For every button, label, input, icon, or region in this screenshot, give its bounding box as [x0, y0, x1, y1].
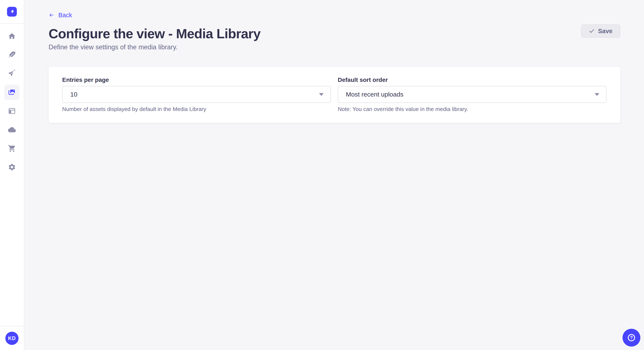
strapi-logo-icon — [9, 8, 15, 15]
sidebar-item-content-type-builder[interactable] — [4, 103, 20, 119]
help-button[interactable]: ? — [622, 329, 640, 347]
back-link[interactable]: Back — [48, 12, 72, 18]
field-entries-per-page: Entries per page 10 Number of assets dis… — [62, 77, 331, 112]
gear-icon — [8, 163, 16, 171]
entries-per-page-select[interactable]: 10 — [62, 86, 331, 103]
default-sort-order-hint: Note: You can override this value in the… — [338, 106, 606, 112]
field-default-sort-order: Default sort order Most recent uploads N… — [338, 77, 606, 112]
sidebar-nav — [4, 24, 20, 326]
page-subtitle: Define the view settings of the media li… — [48, 43, 620, 51]
main-content: Back Configure the view - Media Library … — [24, 0, 644, 350]
arrow-left-icon — [48, 12, 54, 18]
settings-card: Entries per page 10 Number of assets dis… — [48, 67, 620, 123]
sidebar: KD — [0, 0, 24, 350]
layout-icon — [8, 107, 16, 115]
entries-per-page-hint: Number of assets displayed by default in… — [62, 106, 331, 112]
sidebar-item-media-library[interactable] — [4, 85, 20, 100]
media-library-icon — [8, 88, 16, 97]
entries-per-page-label: Entries per page — [62, 77, 331, 83]
sidebar-logo-section — [0, 0, 24, 24]
sidebar-user-section: KD — [0, 326, 24, 350]
default-sort-order-value: Most recent uploads — [346, 91, 403, 98]
save-button-label: Save — [598, 28, 612, 35]
sidebar-item-home[interactable] — [4, 28, 20, 44]
paper-plane-icon — [8, 70, 16, 78]
user-avatar[interactable]: KD — [5, 332, 18, 345]
question-mark-icon: ? — [628, 334, 635, 341]
check-icon — [589, 29, 594, 33]
sidebar-item-content-manager[interactable] — [4, 47, 20, 62]
sidebar-item-deploy[interactable] — [4, 122, 20, 137]
settings-fields: Entries per page 10 Number of assets dis… — [62, 77, 606, 112]
chevron-down-icon — [319, 93, 324, 96]
save-button[interactable]: Save — [581, 24, 620, 38]
sidebar-item-releases[interactable] — [4, 66, 20, 81]
feather-icon — [8, 51, 16, 59]
home-icon — [8, 32, 16, 40]
back-link-label: Back — [58, 12, 72, 18]
page-title: Configure the view - Media Library — [48, 27, 620, 40]
cloud-icon — [8, 126, 16, 134]
sidebar-item-settings[interactable] — [4, 160, 20, 175]
sidebar-item-marketplace[interactable] — [4, 141, 20, 156]
entries-per-page-value: 10 — [70, 91, 77, 98]
chevron-down-icon — [594, 93, 599, 96]
default-sort-order-label: Default sort order — [338, 77, 606, 83]
cart-icon — [8, 144, 16, 153]
user-avatar-initials: KD — [8, 335, 16, 341]
strapi-logo[interactable] — [7, 7, 17, 16]
default-sort-order-select[interactable]: Most recent uploads — [338, 86, 606, 103]
